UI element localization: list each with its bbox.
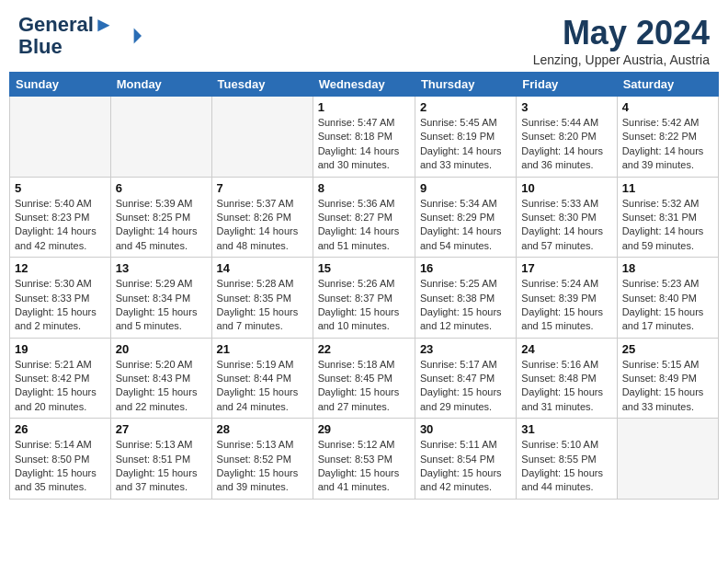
day-info: Sunrise: 5:44 AMSunset: 8:20 PMDaylight:… xyxy=(521,116,611,173)
calendar-header-saturday: Saturday xyxy=(617,73,718,97)
day-number: 26 xyxy=(15,422,106,436)
day-number: 21 xyxy=(217,342,308,356)
location-title: Lenzing, Upper Austria, Austria xyxy=(533,52,710,67)
calendar-cell: 7Sunrise: 5:37 AMSunset: 8:26 PMDaylight… xyxy=(211,177,313,258)
day-number: 3 xyxy=(521,100,611,114)
day-number: 2 xyxy=(420,100,511,114)
day-number: 27 xyxy=(116,422,207,436)
day-number: 13 xyxy=(116,261,207,275)
calendar-cell: 28Sunrise: 5:13 AMSunset: 8:52 PMDayligh… xyxy=(211,419,313,500)
day-number: 9 xyxy=(420,181,511,195)
day-number: 19 xyxy=(15,342,106,356)
month-title: May 2024 xyxy=(533,14,710,52)
day-info: Sunrise: 5:18 AMSunset: 8:45 PMDaylight:… xyxy=(318,358,410,415)
calendar-cell: 18Sunrise: 5:23 AMSunset: 8:40 PMDayligh… xyxy=(617,258,718,339)
calendar-header-sunday: Sunday xyxy=(10,73,111,97)
calendar-week-row: 19Sunrise: 5:21 AMSunset: 8:42 PMDayligh… xyxy=(10,338,719,419)
day-info: Sunrise: 5:26 AMSunset: 8:37 PMDaylight:… xyxy=(318,277,410,334)
page-header: General► Blue May 2024 Lenzing, Upper Au… xyxy=(0,0,728,72)
day-info: Sunrise: 5:20 AMSunset: 8:43 PMDaylight:… xyxy=(116,358,207,415)
calendar-week-row: 12Sunrise: 5:30 AMSunset: 8:33 PMDayligh… xyxy=(10,258,719,339)
calendar-week-row: 5Sunrise: 5:40 AMSunset: 8:23 PMDaylight… xyxy=(10,177,719,258)
calendar-cell: 13Sunrise: 5:29 AMSunset: 8:34 PMDayligh… xyxy=(110,258,211,339)
day-number: 18 xyxy=(622,261,713,275)
calendar-header-row: SundayMondayTuesdayWednesdayThursdayFrid… xyxy=(10,73,719,97)
day-info: Sunrise: 5:40 AMSunset: 8:23 PMDaylight:… xyxy=(15,197,106,254)
day-number: 20 xyxy=(116,342,207,356)
calendar-cell: 27Sunrise: 5:13 AMSunset: 8:51 PMDayligh… xyxy=(110,419,211,500)
day-number: 24 xyxy=(521,342,611,356)
day-info: Sunrise: 5:28 AMSunset: 8:35 PMDaylight:… xyxy=(217,277,308,334)
calendar-cell: 21Sunrise: 5:19 AMSunset: 8:44 PMDayligh… xyxy=(211,338,313,419)
day-info: Sunrise: 5:23 AMSunset: 8:40 PMDaylight:… xyxy=(622,277,713,334)
calendar-week-row: 1Sunrise: 5:47 AMSunset: 8:18 PMDaylight… xyxy=(10,97,719,178)
calendar-cell: 14Sunrise: 5:28 AMSunset: 8:35 PMDayligh… xyxy=(211,258,313,339)
day-info: Sunrise: 5:17 AMSunset: 8:47 PMDaylight:… xyxy=(420,358,511,415)
calendar-cell: 8Sunrise: 5:36 AMSunset: 8:27 PMDaylight… xyxy=(313,177,415,258)
day-info: Sunrise: 5:29 AMSunset: 8:34 PMDaylight:… xyxy=(116,277,207,334)
day-info: Sunrise: 5:21 AMSunset: 8:42 PMDaylight:… xyxy=(15,358,106,415)
calendar-cell: 26Sunrise: 5:14 AMSunset: 8:50 PMDayligh… xyxy=(10,419,111,500)
day-number: 28 xyxy=(217,422,308,436)
calendar-cell xyxy=(110,97,211,178)
calendar-cell: 9Sunrise: 5:34 AMSunset: 8:29 PMDaylight… xyxy=(415,177,516,258)
day-number: 31 xyxy=(521,422,611,436)
day-info: Sunrise: 5:37 AMSunset: 8:26 PMDaylight:… xyxy=(217,197,308,254)
day-info: Sunrise: 5:13 AMSunset: 8:51 PMDaylight:… xyxy=(116,438,207,495)
calendar-cell: 4Sunrise: 5:42 AMSunset: 8:22 PMDaylight… xyxy=(617,97,718,178)
calendar-cell: 25Sunrise: 5:15 AMSunset: 8:49 PMDayligh… xyxy=(617,338,718,419)
day-info: Sunrise: 5:15 AMSunset: 8:49 PMDaylight:… xyxy=(622,358,713,415)
calendar-cell: 23Sunrise: 5:17 AMSunset: 8:47 PMDayligh… xyxy=(415,338,516,419)
day-info: Sunrise: 5:32 AMSunset: 8:31 PMDaylight:… xyxy=(622,197,713,254)
calendar-cell: 10Sunrise: 5:33 AMSunset: 8:30 PMDayligh… xyxy=(517,177,617,258)
logo-text: General► Blue xyxy=(18,14,114,58)
calendar-header-monday: Monday xyxy=(110,73,211,97)
day-info: Sunrise: 5:13 AMSunset: 8:52 PMDaylight:… xyxy=(217,438,308,495)
day-number: 25 xyxy=(622,342,713,356)
calendar-cell: 24Sunrise: 5:16 AMSunset: 8:48 PMDayligh… xyxy=(517,338,617,419)
calendar-cell xyxy=(617,419,718,500)
calendar-header-friday: Friday xyxy=(517,73,617,97)
day-info: Sunrise: 5:16 AMSunset: 8:48 PMDaylight:… xyxy=(521,358,611,415)
day-number: 30 xyxy=(420,422,511,436)
day-number: 17 xyxy=(521,261,611,275)
day-number: 10 xyxy=(521,181,611,195)
calendar-header-tuesday: Tuesday xyxy=(211,73,313,97)
svg-marker-0 xyxy=(133,29,141,44)
day-info: Sunrise: 5:47 AMSunset: 8:18 PMDaylight:… xyxy=(318,116,410,173)
day-number: 6 xyxy=(116,181,207,195)
calendar-cell: 11Sunrise: 5:32 AMSunset: 8:31 PMDayligh… xyxy=(617,177,718,258)
day-info: Sunrise: 5:42 AMSunset: 8:22 PMDaylight:… xyxy=(622,116,713,173)
calendar-cell: 30Sunrise: 5:11 AMSunset: 8:54 PMDayligh… xyxy=(415,419,516,500)
day-info: Sunrise: 5:30 AMSunset: 8:33 PMDaylight:… xyxy=(15,277,106,334)
calendar-header-wednesday: Wednesday xyxy=(313,73,415,97)
day-number: 8 xyxy=(318,181,410,195)
calendar-cell: 20Sunrise: 5:20 AMSunset: 8:43 PMDayligh… xyxy=(110,338,211,419)
day-info: Sunrise: 5:12 AMSunset: 8:53 PMDaylight:… xyxy=(318,438,410,495)
day-info: Sunrise: 5:34 AMSunset: 8:29 PMDaylight:… xyxy=(420,197,511,254)
day-number: 23 xyxy=(420,342,511,356)
calendar-cell: 31Sunrise: 5:10 AMSunset: 8:55 PMDayligh… xyxy=(517,419,617,500)
calendar-week-row: 26Sunrise: 5:14 AMSunset: 8:50 PMDayligh… xyxy=(10,419,719,500)
day-info: Sunrise: 5:33 AMSunset: 8:30 PMDaylight:… xyxy=(521,197,611,254)
day-info: Sunrise: 5:25 AMSunset: 8:38 PMDaylight:… xyxy=(420,277,511,334)
day-info: Sunrise: 5:39 AMSunset: 8:25 PMDaylight:… xyxy=(116,197,207,254)
calendar-cell: 16Sunrise: 5:25 AMSunset: 8:38 PMDayligh… xyxy=(415,258,516,339)
day-info: Sunrise: 5:14 AMSunset: 8:50 PMDaylight:… xyxy=(15,438,106,495)
calendar-cell: 17Sunrise: 5:24 AMSunset: 8:39 PMDayligh… xyxy=(517,258,617,339)
calendar-cell: 3Sunrise: 5:44 AMSunset: 8:20 PMDaylight… xyxy=(517,97,617,178)
logo-icon xyxy=(116,23,142,49)
calendar-cell xyxy=(211,97,313,178)
calendar-table: SundayMondayTuesdayWednesdayThursdayFrid… xyxy=(9,72,719,500)
day-number: 29 xyxy=(318,422,410,436)
calendar-cell: 2Sunrise: 5:45 AMSunset: 8:19 PMDaylight… xyxy=(415,97,516,178)
day-info: Sunrise: 5:36 AMSunset: 8:27 PMDaylight:… xyxy=(318,197,410,254)
day-info: Sunrise: 5:11 AMSunset: 8:54 PMDaylight:… xyxy=(420,438,511,495)
calendar-cell xyxy=(10,97,111,178)
calendar-cell: 15Sunrise: 5:26 AMSunset: 8:37 PMDayligh… xyxy=(313,258,415,339)
day-number: 1 xyxy=(318,100,410,114)
day-number: 16 xyxy=(420,261,511,275)
day-number: 14 xyxy=(217,261,308,275)
day-number: 12 xyxy=(15,261,106,275)
calendar-cell: 12Sunrise: 5:30 AMSunset: 8:33 PMDayligh… xyxy=(10,258,111,339)
